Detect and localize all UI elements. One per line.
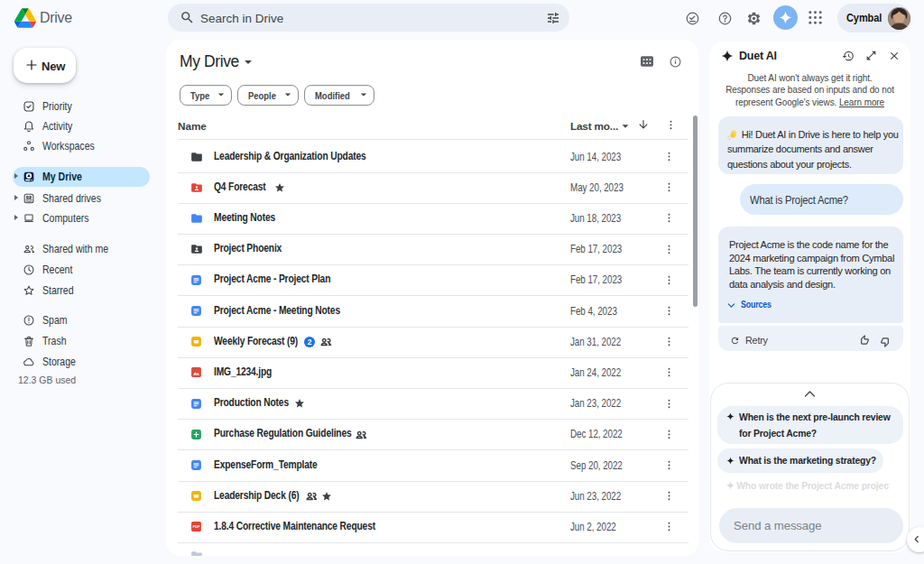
svg-text:PDF: PDF xyxy=(192,525,200,530)
